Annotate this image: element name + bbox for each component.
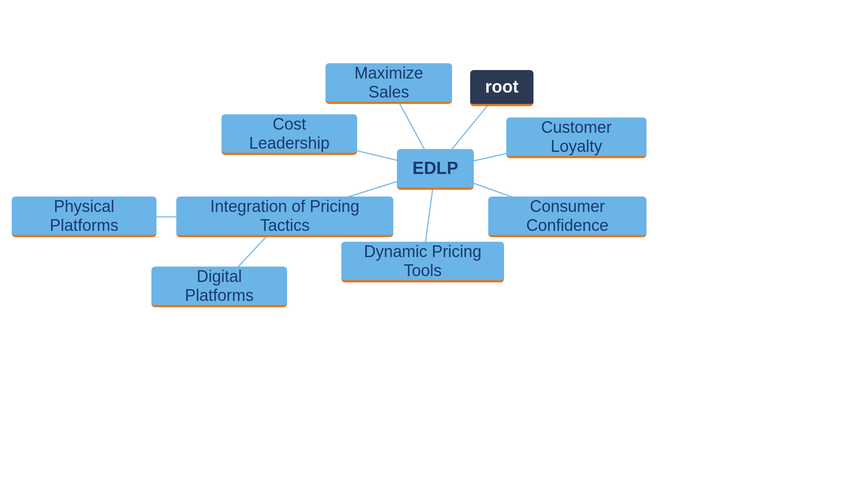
root-node[interactable]: root xyxy=(470,70,533,106)
consumer-confidence-label: Consumer Confidence xyxy=(501,197,634,235)
edlp-label: EDLP xyxy=(412,159,458,178)
cost-leadership-label: Cost Leadership xyxy=(234,115,344,153)
dynamic-pricing-label: Dynamic Pricing Tools xyxy=(354,242,491,280)
dynamic-pricing-node[interactable]: Dynamic Pricing Tools xyxy=(341,242,504,282)
edlp-node[interactable]: EDLP xyxy=(397,149,474,190)
physical-platforms-node[interactable]: Physical Platforms xyxy=(12,197,156,237)
integration-pricing-label: Integration of Pricing Tactics xyxy=(189,197,381,235)
digital-platforms-node[interactable]: Digital Platforms xyxy=(151,267,287,307)
customer-loyalty-node[interactable]: Customer Loyalty xyxy=(506,117,646,158)
consumer-confidence-node[interactable]: Consumer Confidence xyxy=(488,197,646,237)
digital-platforms-label: Digital Platforms xyxy=(164,267,274,305)
integration-pricing-node[interactable]: Integration of Pricing Tactics xyxy=(176,197,393,237)
cost-leadership-node[interactable]: Cost Leadership xyxy=(222,114,357,155)
maximize-sales-node[interactable]: Maximize Sales xyxy=(326,63,452,104)
physical-platforms-label: Physical Platforms xyxy=(24,197,144,235)
customer-loyalty-label: Customer Loyalty xyxy=(519,118,634,156)
maximize-sales-label: Maximize Sales xyxy=(338,64,439,102)
root-label: root xyxy=(485,77,519,97)
